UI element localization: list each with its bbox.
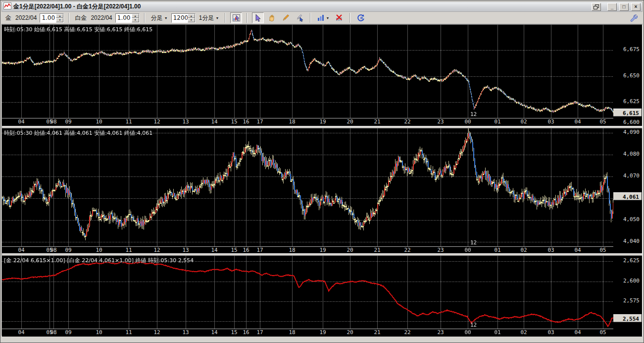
x-axis-hour-label: 00 bbox=[464, 119, 471, 125]
spin-down-icon[interactable]: ▼ bbox=[56, 18, 63, 22]
x-axis-hour-label: 13 bbox=[182, 119, 189, 125]
x-axis-hour-label: 17 bbox=[256, 330, 263, 336]
x-axis-hour-label: 23 bbox=[437, 247, 444, 253]
interval-label: 1分足 bbox=[199, 14, 214, 22]
price-axis-label: 2,575 bbox=[623, 298, 640, 304]
x-axis-hour-label: 01 bbox=[494, 330, 500, 336]
x-axis-hour-label: 17 bbox=[256, 247, 263, 253]
bar-count-spinner[interactable]: 1200 ▲ ▼ bbox=[171, 13, 196, 23]
settings-button[interactable] bbox=[628, 12, 640, 23]
delete-chart-button[interactable] bbox=[333, 12, 345, 23]
x-axis-hour-label: 18 bbox=[289, 119, 295, 125]
x-axis-hour-label: 12 bbox=[153, 119, 160, 125]
x-axis-hour-label: 01 bbox=[494, 119, 500, 125]
close-button[interactable]: × bbox=[631, 3, 641, 11]
x-axis-hour-label: 02 bbox=[520, 247, 527, 253]
select-tool-button[interactable] bbox=[252, 12, 264, 23]
spinner-buttons: ▲ ▼ bbox=[132, 14, 139, 22]
spinner-buttons: ▲ ▼ bbox=[188, 14, 195, 22]
gold-contract-month[interactable]: 2022/04 bbox=[14, 14, 38, 21]
x-axis-hour-label: 15 bbox=[231, 247, 237, 253]
crosshair-tool-button[interactable] bbox=[230, 12, 242, 23]
x-axis-hour-label: 11 bbox=[125, 119, 132, 125]
spin-down-icon[interactable]: ▼ bbox=[132, 18, 139, 22]
x-axis-hour-label: 03 bbox=[547, 247, 554, 253]
titlebar[interactable]: 金1分足[2022/04]1.00 - 白金1分足[2022/04]1.00 _… bbox=[1, 1, 643, 12]
platinum-label: 白金 bbox=[74, 14, 88, 22]
spin-up-icon[interactable]: ▲ bbox=[188, 14, 195, 18]
x-axis-hour-label: 10 bbox=[96, 119, 102, 125]
platinum-candles-canvas[interactable] bbox=[2, 128, 613, 246]
x-axis-hour-label: 23 bbox=[437, 119, 444, 125]
platinum-contract-month[interactable]: 2022/04 bbox=[90, 14, 113, 21]
restore-window-button[interactable] bbox=[592, 3, 601, 11]
x-axis-hour-label: 05 bbox=[599, 119, 606, 125]
crosshair-frame-icon bbox=[232, 14, 241, 22]
platinum-multiplier-spinner[interactable]: 1.00 ▲ ▼ bbox=[115, 13, 140, 23]
gold-plot-area[interactable]: 時刻:05:30 始値:6,615 高値:6,615 安値:6,615 終値:6… bbox=[2, 25, 613, 126]
draw-line-tool-button[interactable] bbox=[280, 12, 292, 23]
spread-time-axis: 0405080910111213141516171819202122230001… bbox=[2, 329, 613, 336]
x-axis-hour-label: 02 bbox=[520, 330, 527, 336]
x-axis-hour-label: 08 bbox=[50, 330, 56, 336]
spread-formula-readout: [金 22/04 6,615×1.00]-[白金 22/04 4,061×1.0… bbox=[4, 257, 194, 264]
toolbar-separator bbox=[225, 13, 226, 23]
x-axis-hour-label: 05 bbox=[599, 330, 606, 336]
price-axis-label: 2,625 bbox=[623, 258, 640, 264]
pan-tool-button[interactable] bbox=[266, 12, 278, 23]
gold-multiplier-value: 1.00 bbox=[40, 14, 56, 22]
spin-down-icon[interactable]: ▼ bbox=[188, 18, 195, 22]
x-axis-hour-label: 04 bbox=[18, 119, 24, 125]
last-price-badge: 4,061 bbox=[613, 192, 642, 200]
chevron-down-icon: ▼ bbox=[215, 16, 219, 20]
x-axis-hour-label: 17 bbox=[256, 119, 263, 125]
bar-type-dropdown[interactable]: 分足 ▼ bbox=[149, 14, 169, 22]
platinum-multiplier-value: 1.00 bbox=[116, 14, 132, 22]
platinum-plot-area[interactable]: 時刻:05:30 始値:4,061 高値:4,061 安値:4,061 終値:4… bbox=[2, 128, 613, 253]
platinum-chart-panel: 時刻:05:30 始値:4,061 高値:4,061 安値:4,061 終値:4… bbox=[2, 128, 642, 253]
x-axis-hour-label: 20 bbox=[347, 330, 353, 336]
edit-line-tool-button[interactable] bbox=[294, 12, 305, 23]
toolbar-separator bbox=[247, 13, 248, 23]
chevron-down-icon: ▼ bbox=[326, 16, 329, 20]
x-axis-hour-label: 09 bbox=[65, 330, 71, 336]
x-axis-hour-label: 04 bbox=[574, 330, 581, 336]
x-axis-hour-label: 00 bbox=[464, 330, 471, 336]
gold-multiplier-spinner[interactable]: 1.00 ▲ ▼ bbox=[40, 13, 64, 23]
bar-count-value: 1200 bbox=[172, 14, 188, 22]
x-axis-hour-label: 12 bbox=[153, 247, 160, 253]
price-axis-label: 2,600 bbox=[623, 278, 640, 284]
x-axis-hour-label: 03 bbox=[547, 330, 554, 336]
x-axis-hour-label: 04 bbox=[574, 119, 581, 125]
chart-style-button[interactable]: ▼ bbox=[315, 12, 331, 23]
gold-candles-canvas[interactable] bbox=[2, 25, 613, 118]
x-axis-hour-label: 04 bbox=[574, 247, 581, 253]
x-axis-hour-label: 14 bbox=[211, 330, 217, 336]
minimize-button[interactable]: _ bbox=[607, 3, 617, 11]
x-axis-hour-label: 01 bbox=[494, 247, 500, 253]
x-axis-hour-label: 14 bbox=[211, 119, 217, 125]
x-axis-hour-label: 11 bbox=[125, 330, 132, 336]
maximize-button[interactable]: □ bbox=[619, 3, 629, 11]
refresh-icon: R bbox=[357, 14, 365, 22]
x-axis-hour-label: 10 bbox=[96, 247, 102, 253]
platinum-price-axis: 4,0904,0804,0704,0504,0404,061 bbox=[613, 128, 642, 253]
x-axis-hour-label: 08 bbox=[50, 247, 56, 253]
gold-ohlc-readout: 時刻:05:30 始値:6,615 高値:6,615 安値:6,615 終値:6… bbox=[4, 26, 152, 33]
x-axis-hour-label: 13 bbox=[182, 247, 189, 253]
price-axis-label: 6,625 bbox=[623, 99, 640, 105]
spin-up-icon[interactable]: ▲ bbox=[132, 14, 139, 18]
spread-line-canvas[interactable] bbox=[2, 256, 613, 329]
spread-plot-area[interactable]: [金 22/04 6,615×1.00]-[白金 22/04 4,061×1.0… bbox=[2, 256, 613, 337]
x-axis-hour-label: 15 bbox=[231, 330, 237, 336]
interval-dropdown[interactable]: 1分足 ▼ bbox=[198, 14, 221, 22]
date-change-label: 12 bbox=[470, 239, 477, 246]
toolbar-separator bbox=[144, 13, 145, 23]
spin-up-icon[interactable]: ▲ bbox=[56, 14, 63, 18]
gold-time-axis: 0405080910111213141516171819202122230001… bbox=[2, 118, 613, 125]
spread-price-axis: 2,6252,6002,5752,554 bbox=[613, 256, 642, 337]
price-axis-label: 4,050 bbox=[623, 217, 640, 223]
x-axis-hour-label: 00 bbox=[464, 247, 471, 253]
refresh-button[interactable]: R bbox=[355, 12, 367, 23]
delete-x-icon bbox=[335, 14, 343, 22]
